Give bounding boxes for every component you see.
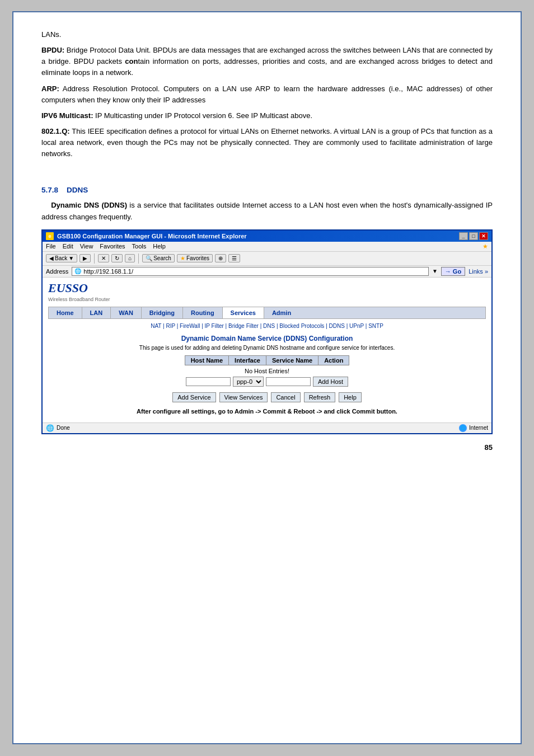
bpdu-con: con xyxy=(125,57,138,65)
col-hostname: Host Name xyxy=(185,355,228,365)
nav-routing[interactable]: Routing xyxy=(183,307,223,318)
eusso-tagline: Wireless Broadband Router xyxy=(48,297,486,302)
ie-icon: e xyxy=(46,232,54,240)
add-host-button[interactable]: Add Host xyxy=(313,377,348,387)
favorites-button[interactable]: ★ Favorites xyxy=(177,254,213,262)
go-button[interactable]: → Go xyxy=(441,267,465,276)
status-right: 🌐 Internet xyxy=(459,424,488,432)
back-dropdown-icon: ▼ xyxy=(68,255,74,261)
back-button[interactable]: ◀ Back ▼ xyxy=(46,254,77,262)
nav-bridging[interactable]: Bridging xyxy=(142,307,183,318)
address-value[interactable]: http://192.168.1.1/ xyxy=(83,268,133,275)
subnav-bridgefilter[interactable]: Bridge Filter xyxy=(228,323,259,329)
nav-home[interactable]: Home xyxy=(49,307,82,318)
eusso-logo: EUSSO xyxy=(48,281,486,295)
browser-statusbar: 🌐 Done 🌐 Internet xyxy=(43,422,491,433)
search-icon: 🔍 xyxy=(146,255,152,261)
subnav-ipfilter[interactable]: IP Filter xyxy=(205,323,224,329)
arp-label: ARP: xyxy=(41,84,59,93)
web-content: EUSSO Wireless Broadband Router Home LAN… xyxy=(43,278,491,422)
col-action: Action xyxy=(318,355,349,365)
refresh-button[interactable]: ↻ xyxy=(111,254,123,262)
internet-globe-icon: 🌐 xyxy=(459,424,467,432)
browser-address-bar: Address 🌐 http://192.168.1.1/ ▼ → Go Lin… xyxy=(43,266,491,278)
browser-titlebar: e GSB100 Configuration Manager GUI - Mic… xyxy=(43,231,491,242)
view-services-button[interactable]: View Services xyxy=(219,392,268,402)
close-button[interactable]: ✕ xyxy=(479,232,488,240)
col-interface: Interface xyxy=(229,355,266,365)
commit-notice: After configure all settings, go to Admi… xyxy=(48,408,486,415)
subnav-firewall[interactable]: FireWall xyxy=(180,323,200,329)
col-servicename: Service Name xyxy=(266,355,318,365)
titlebar-left: e GSB100 Configuration Manager GUI - Mic… xyxy=(46,232,247,240)
history-button[interactable]: ☰ xyxy=(228,254,240,262)
address-dropdown-icon[interactable]: ▼ xyxy=(432,268,438,274)
ddns-table: Host Name Interface Service Name Action xyxy=(185,355,350,365)
toolbar-sep-1 xyxy=(94,253,95,264)
browser-menubar: File Edit View Favorites Tools Help ★ xyxy=(43,242,491,252)
refresh-button-page[interactable]: Refresh xyxy=(304,392,336,402)
nav-services[interactable]: Services xyxy=(223,307,264,318)
sub-nav: NAT | RIP | FireWall | IP Filter | Bridg… xyxy=(48,321,486,331)
subnav-ddns[interactable]: DDNS xyxy=(329,323,345,329)
status-done-label: Done xyxy=(57,425,70,431)
menu-edit[interactable]: Edit xyxy=(63,243,73,250)
browser-title: GSB100 Configuration Manager GUI - Micro… xyxy=(57,233,247,240)
address-label: Address xyxy=(46,268,68,275)
ipv6-label: IPV6 Multicast: xyxy=(41,111,93,120)
menu-favorites[interactable]: Favorites xyxy=(100,243,125,250)
search-button[interactable]: 🔍 Search xyxy=(142,254,175,262)
nav-wan[interactable]: WAN xyxy=(111,307,142,318)
menu-help[interactable]: Help xyxy=(153,243,166,250)
no-entries-label: No Host Entries! xyxy=(48,368,486,374)
section-intro: Dynamic DNS (DDNS) is a service that fac… xyxy=(41,200,493,222)
8021q-label: 802.1.Q: xyxy=(41,127,70,135)
toolbar-sep-2 xyxy=(138,253,139,264)
subnav-sntp[interactable]: SNTP xyxy=(368,323,383,329)
servicename-input[interactable] xyxy=(266,377,311,386)
address-input-container: 🌐 http://192.168.1.1/ xyxy=(72,267,429,276)
minimize-button[interactable]: _ xyxy=(459,232,468,240)
para-8021q: 802.1.Q: This IEEE specification defines… xyxy=(41,126,493,159)
para-ipv6: IPV6 Multicast: IP Multicasting under IP… xyxy=(41,110,493,121)
status-ie-icon: 🌐 xyxy=(46,424,54,432)
subnav-dns[interactable]: DNS xyxy=(263,323,275,329)
menu-view[interactable]: View xyxy=(80,243,93,250)
para-bpdu: BPDU: Bridge Protocol Data Unit. BPDUs a… xyxy=(41,45,493,78)
subnav-upnp[interactable]: UPnP xyxy=(349,323,364,329)
help-button[interactable]: Help xyxy=(339,392,362,402)
action-buttons-row: Add Service View Services Cancel Refresh… xyxy=(48,392,486,402)
page-title: Dynamic Domain Name Service (DDNS) Confi… xyxy=(48,335,486,342)
stop-button[interactable]: ✕ xyxy=(98,254,109,262)
hostname-input[interactable] xyxy=(186,377,231,386)
home-button[interactable]: ⌂ xyxy=(125,254,135,262)
para-lans: LANs. xyxy=(41,29,493,40)
nav-admin[interactable]: Admin xyxy=(264,307,299,318)
nav-lan[interactable]: LAN xyxy=(82,307,111,318)
subnav-nat[interactable]: NAT xyxy=(151,323,161,329)
browser-toolbar: ◀ Back ▼ ▶ ✕ ↻ ⌂ 🔍 Search ★ Favorites ⊕ … xyxy=(43,252,491,266)
media-button[interactable]: ⊕ xyxy=(215,254,226,262)
links-label[interactable]: Links » xyxy=(469,268,488,275)
menu-file[interactable]: File xyxy=(46,243,56,250)
section-heading: 5.7.8 DDNS xyxy=(41,186,493,194)
status-left: 🌐 Done xyxy=(46,424,70,432)
browser-window: e GSB100 Configuration Manager GUI - Mic… xyxy=(41,229,493,434)
go-arrow-icon: → xyxy=(445,268,451,275)
add-host-row: ppp-0 Add Host xyxy=(48,377,486,387)
cancel-button[interactable]: Cancel xyxy=(271,392,300,402)
titlebar-buttons: _ □ ✕ xyxy=(459,232,488,240)
add-service-button[interactable]: Add Service xyxy=(172,392,216,402)
back-arrow-icon: ◀ xyxy=(49,255,54,261)
page-description: This page is used for adding and deletin… xyxy=(48,345,486,351)
interface-select[interactable]: ppp-0 xyxy=(233,377,264,387)
para-arp: ARP: Address Resolution Protocol. Comput… xyxy=(41,83,493,106)
forward-button[interactable]: ▶ xyxy=(79,254,91,262)
maximize-button[interactable]: □ xyxy=(469,232,478,240)
subnav-rip[interactable]: RIP xyxy=(166,323,175,329)
bpdu-label: BPDU: xyxy=(41,46,64,54)
page-number: 85 xyxy=(41,443,493,452)
menu-tools[interactable]: Tools xyxy=(132,243,147,250)
address-ie-icon: 🌐 xyxy=(74,268,81,274)
subnav-blockedprotocols[interactable]: Blocked Protocols xyxy=(279,323,324,329)
